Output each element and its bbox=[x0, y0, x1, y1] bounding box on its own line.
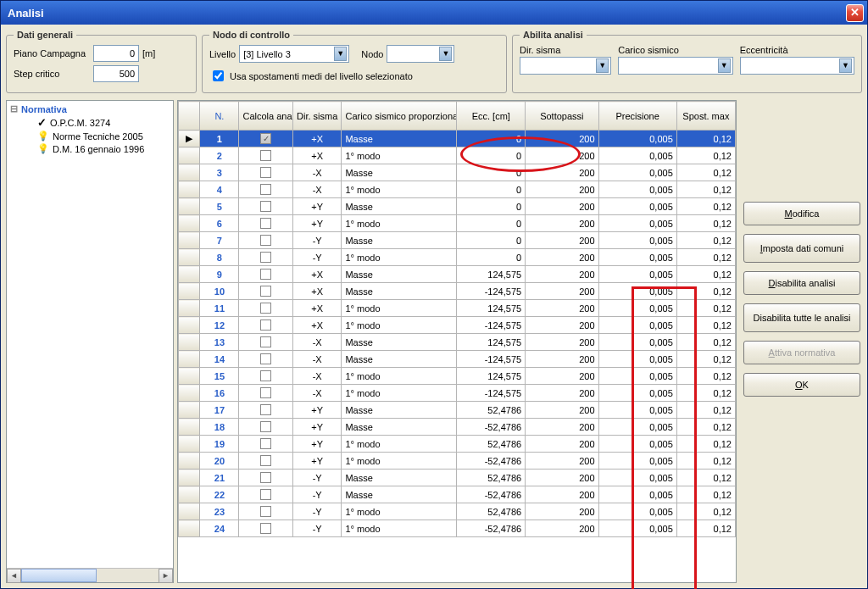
cell-ecc[interactable]: -52,4786 bbox=[457, 419, 526, 436]
cell-carico[interactable]: 1° modo bbox=[342, 520, 457, 537]
chevron-down-icon[interactable]: ▼ bbox=[596, 58, 609, 73]
cell-sottopassi[interactable]: 200 bbox=[526, 503, 598, 520]
cell-dir[interactable]: +Y bbox=[292, 453, 342, 470]
col-calcola-header[interactable]: Calcola analisi bbox=[239, 102, 292, 131]
col-sottopassi-header[interactable]: Sottopassi bbox=[526, 102, 598, 131]
attiva-normativa-button[interactable]: Attiva normativa bbox=[743, 341, 860, 364]
close-icon[interactable]: ✕ bbox=[846, 4, 864, 22]
table-row[interactable]: 8-Y1° modo02000,0050,12 bbox=[179, 249, 736, 266]
cell-sottopassi[interactable]: 200 bbox=[526, 131, 598, 147]
cell-ecc[interactable]: -124,575 bbox=[457, 385, 526, 402]
cell-n[interactable]: 9 bbox=[200, 266, 239, 283]
checkbox-icon[interactable] bbox=[260, 404, 271, 415]
cell-ecc[interactable]: -52,4786 bbox=[457, 520, 526, 537]
piano-campagna-input[interactable] bbox=[93, 45, 139, 62]
cell-dir[interactable]: +X bbox=[292, 300, 342, 317]
cell-n[interactable]: 20 bbox=[200, 453, 239, 470]
cell-carico[interactable]: 1° modo bbox=[342, 249, 457, 266]
cell-ecc[interactable]: 124,575 bbox=[457, 266, 526, 283]
cell-sottopassi[interactable]: 200 bbox=[526, 232, 598, 249]
cell-precisione[interactable]: 0,005 bbox=[598, 215, 676, 232]
cell-sottopassi[interactable]: 200 bbox=[526, 283, 598, 300]
cell-dir[interactable]: -Y bbox=[292, 232, 342, 249]
livello-combo[interactable]: [3] Livello 3 ▼ bbox=[239, 45, 349, 63]
cell-spostmax[interactable]: 0,12 bbox=[676, 215, 735, 232]
cell-carico[interactable]: 1° modo bbox=[342, 368, 457, 385]
cell-ecc[interactable]: 0 bbox=[457, 215, 526, 232]
table-row[interactable]: 19+Y1° modo52,47862000,0050,12 bbox=[179, 436, 736, 453]
cell-carico[interactable]: Masse bbox=[342, 486, 457, 503]
cell-sottopassi[interactable]: 200 bbox=[526, 198, 598, 215]
cell-spostmax[interactable]: 0,12 bbox=[676, 385, 735, 402]
cell-dir[interactable]: +X bbox=[292, 131, 342, 147]
eccentricita-combo[interactable]: ▼ bbox=[740, 57, 854, 75]
checkbox-icon[interactable] bbox=[260, 218, 271, 229]
cell-n[interactable]: 11 bbox=[200, 300, 239, 317]
cell-dir[interactable]: -X bbox=[292, 164, 342, 181]
checkbox-icon[interactable] bbox=[260, 320, 271, 331]
cell-n[interactable]: 13 bbox=[200, 334, 239, 351]
tree-root[interactable]: ⊟ Normativa bbox=[8, 103, 171, 115]
cell-calcola[interactable] bbox=[239, 470, 292, 486]
cell-precisione[interactable]: 0,005 bbox=[598, 283, 676, 300]
col-n-header[interactable]: N. bbox=[200, 102, 239, 131]
cell-spostmax[interactable]: 0,12 bbox=[676, 317, 735, 334]
cell-spostmax[interactable]: 0,12 bbox=[676, 453, 735, 470]
cell-spostmax[interactable]: 0,12 bbox=[676, 419, 735, 436]
cell-sottopassi[interactable]: 200 bbox=[526, 453, 598, 470]
checkbox-icon[interactable] bbox=[260, 506, 271, 517]
cell-dir[interactable]: -X bbox=[292, 181, 342, 198]
disabilita-tutte-button[interactable]: Disabilita tutte le analisi bbox=[743, 303, 860, 332]
cell-spostmax[interactable]: 0,12 bbox=[676, 402, 735, 419]
checkbox-icon[interactable] bbox=[260, 201, 271, 212]
cell-n[interactable]: 5 bbox=[200, 198, 239, 215]
cell-ecc[interactable]: 124,575 bbox=[457, 300, 526, 317]
checkbox-icon[interactable] bbox=[260, 455, 271, 466]
cell-precisione[interactable]: 0,005 bbox=[598, 131, 676, 147]
cell-sottopassi[interactable]: 200 bbox=[526, 334, 598, 351]
cell-spostmax[interactable]: 0,12 bbox=[676, 368, 735, 385]
col-precisione-header[interactable]: Precisione bbox=[598, 102, 676, 131]
cell-dir[interactable]: +X bbox=[292, 317, 342, 334]
dir-sisma-combo[interactable]: ▼ bbox=[520, 57, 611, 75]
cell-sottopassi[interactable]: 200 bbox=[526, 520, 598, 537]
cell-carico[interactable]: Masse bbox=[342, 351, 457, 368]
table-row[interactable]: 20+Y1° modo-52,47862000,0050,12 bbox=[179, 453, 736, 470]
cell-carico[interactable]: 1° modo bbox=[342, 503, 457, 520]
cell-sottopassi[interactable]: 200 bbox=[526, 470, 598, 486]
cell-calcola[interactable] bbox=[239, 385, 292, 402]
cell-dir[interactable]: +X bbox=[292, 283, 342, 300]
cell-precisione[interactable]: 0,005 bbox=[598, 486, 676, 503]
table-row[interactable]: 18+YMasse-52,47862000,0050,12 bbox=[179, 419, 736, 436]
checkbox-icon[interactable] bbox=[260, 133, 271, 144]
cell-dir[interactable]: +Y bbox=[292, 215, 342, 232]
cell-carico[interactable]: 1° modo bbox=[342, 317, 457, 334]
titlebar[interactable]: Analisi ✕ bbox=[1, 1, 867, 25]
cell-spostmax[interactable]: 0,12 bbox=[676, 436, 735, 453]
cell-n[interactable]: 12 bbox=[200, 317, 239, 334]
cell-calcola[interactable] bbox=[239, 283, 292, 300]
cell-precisione[interactable]: 0,005 bbox=[598, 520, 676, 537]
checkbox-icon[interactable] bbox=[260, 252, 271, 263]
cell-ecc[interactable]: 124,575 bbox=[457, 334, 526, 351]
cell-sottopassi[interactable]: 200 bbox=[526, 402, 598, 419]
cell-dir[interactable]: -Y bbox=[292, 503, 342, 520]
cell-calcola[interactable] bbox=[239, 402, 292, 419]
cell-spostmax[interactable]: 0,12 bbox=[676, 147, 735, 164]
cell-n[interactable]: 4 bbox=[200, 181, 239, 198]
table-row[interactable]: 11+X1° modo124,5752000,0050,12 bbox=[179, 300, 736, 317]
cell-calcola[interactable] bbox=[239, 266, 292, 283]
cell-ecc[interactable]: 0 bbox=[457, 181, 526, 198]
table-row[interactable]: 6+Y1° modo02000,0050,12 bbox=[179, 215, 736, 232]
checkbox-icon[interactable] bbox=[260, 286, 271, 297]
horizontal-scrollbar[interactable]: ◄ ► bbox=[7, 568, 173, 582]
chevron-down-icon[interactable]: ▼ bbox=[839, 58, 852, 73]
cell-sottopassi[interactable]: 200 bbox=[526, 436, 598, 453]
cell-dir[interactable]: -X bbox=[292, 385, 342, 402]
col-carico-header[interactable]: Carico sismico proporzionale bbox=[342, 102, 457, 131]
cell-precisione[interactable]: 0,005 bbox=[598, 147, 676, 164]
cell-dir[interactable]: -Y bbox=[292, 520, 342, 537]
checkbox-icon[interactable] bbox=[260, 370, 271, 381]
checkbox-icon[interactable] bbox=[260, 167, 271, 178]
chevron-down-icon[interactable]: ▼ bbox=[334, 47, 347, 61]
